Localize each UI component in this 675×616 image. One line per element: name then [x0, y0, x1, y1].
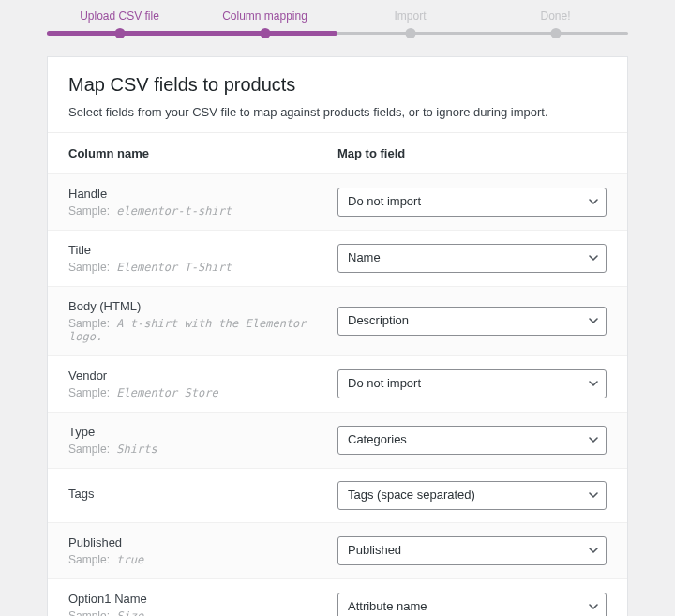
progress-node-import [405, 28, 415, 38]
column-name-label: Published [68, 535, 326, 549]
column-name-cell: Option1 Name Sample: Size [68, 592, 338, 616]
import-progress: Upload CSV file Column mapping Import Do… [0, 0, 675, 39]
map-to-field-cell: Do not importNameDescriptionCategoriesTa… [338, 188, 607, 217]
column-name-cell: Tags [68, 487, 338, 504]
mapping-row: Option1 Name Sample: Size Do not importN… [48, 578, 627, 616]
step-label: Done! [540, 9, 570, 23]
mapping-select[interactable]: Do not importNameDescriptionCategoriesTa… [338, 426, 607, 455]
column-name-cell: Handle Sample: elementor-t-shirt [68, 187, 338, 218]
sample-value: true [116, 553, 143, 566]
mapping-select[interactable]: Do not importNameDescriptionCategoriesTa… [338, 593, 607, 616]
column-name-label: Vendor [68, 368, 326, 383]
column-sample: Sample: Elementor T-Shirt [68, 261, 326, 274]
mapping-row: Title Sample: Elementor T-Shirt Do not i… [48, 230, 627, 286]
page-subtitle: Select fields from your CSV file to map … [68, 105, 607, 119]
column-sample: Sample: Elementor Store [68, 386, 326, 399]
mapping-select-wrap: Do not importNameDescriptionCategoriesTa… [338, 426, 607, 455]
map-to-field-cell: Do not importNameDescriptionCategoriesTa… [338, 307, 607, 336]
map-to-field-cell: Do not importNameDescriptionCategoriesTa… [338, 244, 607, 273]
mapping-row: Vendor Sample: Elementor Store Do not im… [48, 355, 627, 412]
progress-node-upload [114, 28, 125, 38]
mapping-select-wrap: Do not importNameDescriptionCategoriesTa… [338, 244, 607, 273]
progress-track-fill [47, 31, 338, 36]
sample-prefix: Sample: [68, 386, 110, 399]
step-label: Column mapping [222, 9, 308, 23]
column-name-cell: Published Sample: true [68, 535, 338, 566]
map-to-field-cell: Do not importNameDescriptionCategoriesTa… [338, 536, 607, 565]
mapping-row: Handle Sample: elementor-t-shirt Do not … [48, 173, 627, 230]
map-to-field-cell: Do not importNameDescriptionCategoriesTa… [338, 369, 607, 398]
sample-value: Elementor Store [116, 386, 218, 399]
progress-node-mapping [260, 28, 270, 38]
mapping-row: Type Sample: Shirts Do not importNameDes… [48, 412, 627, 468]
sample-prefix: Sample: [68, 204, 110, 218]
column-sample: Sample: elementor-t-shirt [68, 204, 326, 218]
column-name-cell: Body (HTML) Sample: A t-shirt with the E… [68, 299, 338, 343]
mapping-row: Body (HTML) Sample: A t-shirt with the E… [48, 286, 627, 355]
column-name-cell: Title Sample: Elementor T-Shirt [68, 243, 338, 274]
mapping-select[interactable]: Do not importNameDescriptionCategoriesTa… [338, 307, 607, 336]
step-label: Import [394, 9, 426, 23]
mapping-select-wrap: Do not importNameDescriptionCategoriesTa… [338, 593, 607, 616]
mapping-select[interactable]: Do not importNameDescriptionCategoriesTa… [338, 188, 607, 217]
map-to-field-cell: Do not importNameDescriptionCategoriesTa… [338, 426, 607, 455]
step-import: Import [338, 9, 483, 23]
map-to-field-cell: Do not importNameDescriptionCategoriesTa… [338, 481, 607, 510]
step-done: Done! [483, 9, 628, 23]
step-mapping: Column mapping [192, 9, 338, 23]
mapping-select-wrap: Do not importNameDescriptionCategoriesTa… [338, 369, 607, 398]
column-name-label: Handle [68, 187, 326, 201]
mapping-select-wrap: Do not importNameDescriptionCategoriesTa… [338, 188, 607, 217]
mapping-table-header: Column name Map to field [48, 132, 627, 173]
column-name-cell: Type Sample: Shirts [68, 425, 338, 456]
sample-value: Size [116, 609, 143, 616]
map-to-field-cell: Do not importNameDescriptionCategoriesTa… [338, 593, 607, 616]
mapping-select-wrap: Do not importNameDescriptionCategoriesTa… [338, 481, 607, 510]
step-upload: Upload CSV file [47, 9, 192, 23]
mapping-row: Tags Do not importNameDescriptionCategor… [48, 468, 627, 522]
column-name-label: Body (HTML) [68, 299, 326, 313]
mapping-select-wrap: Do not importNameDescriptionCategoriesTa… [338, 307, 607, 336]
card-header: Map CSV fields to products Select fields… [48, 57, 627, 132]
sample-prefix: Sample: [68, 553, 110, 566]
sample-prefix: Sample: [68, 261, 110, 274]
mapping-select[interactable]: Do not importNameDescriptionCategoriesTa… [338, 481, 607, 510]
column-sample: Sample: A t-shirt with the Elementor log… [68, 317, 326, 343]
mapping-row: Published Sample: true Do not importName… [48, 522, 627, 578]
mapping-select-wrap: Do not importNameDescriptionCategoriesTa… [338, 536, 607, 565]
column-sample: Sample: true [68, 553, 326, 566]
progress-track [47, 28, 628, 39]
sample-value: elementor-t-shirt [116, 204, 232, 218]
header-map-to-field: Map to field [338, 146, 607, 160]
column-sample: Sample: Shirts [68, 443, 326, 456]
column-name-label: Title [68, 243, 326, 257]
column-name-label: Tags [68, 487, 326, 501]
column-sample: Sample: Size [68, 609, 326, 616]
mapping-card: Map CSV fields to products Select fields… [47, 56, 628, 616]
sample-value: Elementor T-Shirt [116, 261, 232, 274]
sample-prefix: Sample: [68, 317, 110, 330]
page-title: Map CSV fields to products [68, 74, 607, 96]
sample-prefix: Sample: [68, 609, 110, 616]
progress-steps: Upload CSV file Column mapping Import Do… [47, 9, 628, 23]
mapping-select[interactable]: Do not importNameDescriptionCategoriesTa… [338, 244, 607, 273]
mapping-table-body: Handle Sample: elementor-t-shirt Do not … [48, 173, 627, 616]
progress-node-done [550, 28, 561, 38]
header-column-name: Column name [68, 146, 338, 160]
column-name-label: Type [68, 425, 326, 439]
sample-prefix: Sample: [68, 443, 110, 456]
column-name-cell: Vendor Sample: Elementor Store [68, 368, 338, 399]
sample-value: Shirts [116, 443, 157, 456]
step-label: Upload CSV file [80, 9, 159, 23]
mapping-select[interactable]: Do not importNameDescriptionCategoriesTa… [338, 369, 607, 398]
column-name-label: Option1 Name [68, 592, 326, 606]
mapping-select[interactable]: Do not importNameDescriptionCategoriesTa… [338, 536, 607, 565]
